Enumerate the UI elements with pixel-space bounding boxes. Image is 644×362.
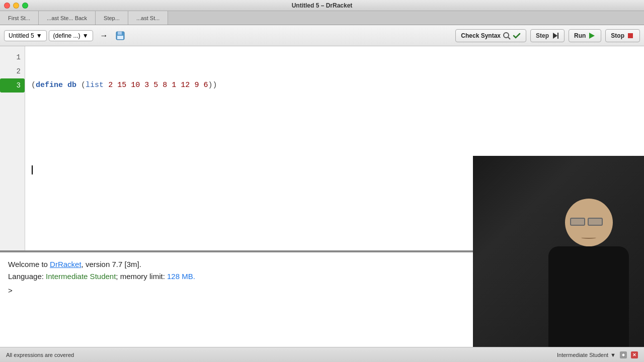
status-message: All expressions are covered (6, 352, 549, 358)
window-title: Untitled 5 – DrRacket (292, 2, 353, 9)
stop-icon (626, 32, 634, 40)
step-button[interactable]: Step (530, 29, 565, 42)
repl-language-label: Language: (8, 272, 46, 281)
minimize-button[interactable] (13, 3, 19, 9)
stop-label: Stop (611, 32, 624, 39)
define-dropdown[interactable]: (define ...) ▼ (49, 30, 93, 41)
paren-close-2: )) (208, 78, 217, 93)
line-number-1: 1 (0, 50, 25, 64)
check-syntax-label: Check Syntax (461, 32, 501, 39)
define-dropdown-label: (define ...) (53, 32, 80, 39)
step-icon (551, 32, 559, 40)
code-line-2 (31, 121, 638, 135)
language-selector[interactable]: Intermediate Student ▼ (557, 352, 616, 358)
run-label: Run (574, 32, 586, 39)
language-name: Intermediate Student (557, 352, 608, 358)
text-cursor (32, 165, 33, 174)
line-number-3: 3 (0, 78, 25, 93)
toolbar-left: Untitled 5 ▼ (define ...) ▼ → (4, 29, 127, 43)
close-x-button[interactable]: ✕ (631, 351, 638, 358)
save-icon-button[interactable] (113, 29, 127, 43)
repl-language-name: Intermediate Student (46, 272, 116, 281)
drracket-link[interactable]: DrRacket (50, 260, 82, 268)
window-controls (4, 3, 28, 9)
paren-open-1: ( (31, 78, 36, 93)
line-number-2: 2 (0, 64, 25, 78)
svg-rect-8 (628, 33, 633, 38)
file-tab[interactable]: Untitled 5 ▼ (4, 30, 47, 41)
paren-open-2: ( (81, 78, 86, 93)
tab-step[interactable]: Step... (96, 11, 128, 25)
left-lens (570, 218, 585, 226)
run-icon (588, 32, 596, 40)
tab-last-step[interactable]: ...ast St... (128, 11, 168, 25)
close-button[interactable] (4, 3, 10, 9)
svg-marker-5 (553, 33, 557, 39)
kw-list: list (86, 78, 104, 93)
file-tab-label: Untitled 5 (9, 32, 34, 39)
person-glasses (570, 218, 603, 226)
tab-first-step[interactable]: First St... (0, 11, 39, 25)
kw-define: define (36, 78, 63, 93)
toolbar: Untitled 5 ▼ (define ...) ▼ → Check Synt… (0, 25, 644, 46)
svg-rect-1 (118, 32, 122, 35)
repl-after-link: , version 7.7 [3m]. (82, 260, 141, 268)
repl-prompt-symbol: > (8, 286, 13, 295)
status-right: Intermediate Student ▼ ✕ (557, 351, 638, 358)
person-figure (548, 199, 629, 347)
status-icon-gray (620, 351, 627, 358)
check-syntax-button[interactable]: Check Syntax (455, 29, 526, 42)
tab-last-step-back[interactable]: ...ast Ste... Back (39, 11, 96, 25)
define-dropdown-arrow: ▼ (83, 32, 89, 39)
svg-marker-7 (589, 33, 595, 39)
repl-welcome-text: Welcome to (8, 260, 50, 268)
repl-memory-limit: 128 MB. (167, 272, 195, 281)
toolbar-icons: → (97, 29, 127, 43)
title-bar: Untitled 5 – DrRacket (0, 0, 644, 11)
svg-line-4 (508, 37, 510, 39)
svg-rect-2 (117, 36, 123, 39)
maximize-button[interactable] (22, 3, 28, 9)
arrow-icon-button[interactable]: → (97, 29, 111, 43)
video-overlay (473, 156, 644, 347)
right-lens (588, 218, 603, 226)
toolbar-right: Check Syntax Step Run Stop (455, 29, 640, 42)
line-numbers: 1 2 3 (0, 46, 25, 250)
tab-bar: First St... ...ast Ste... Back Step... .… (0, 11, 644, 25)
svg-point-3 (504, 33, 509, 38)
step-label: Step (536, 32, 549, 39)
code-line-1: (define db (list 2 15 10 3 5 8 1 12 9 6)… (31, 78, 638, 93)
svg-rect-6 (557, 33, 558, 39)
check-icon (513, 32, 521, 40)
status-bar: All expressions are covered Intermediate… (0, 347, 644, 362)
language-dropdown-arrow: ▼ (610, 352, 616, 358)
person-head (565, 199, 613, 246)
symbol-db: db (67, 78, 76, 93)
repl-after-language: ; memory limit: (116, 272, 167, 281)
run-button[interactable]: Run (569, 29, 601, 42)
video-person (473, 156, 644, 347)
stop-button[interactable]: Stop (605, 29, 640, 42)
magnifier-icon (503, 32, 511, 40)
person-mouth (581, 236, 596, 239)
person-body (548, 246, 629, 347)
file-tab-arrow: ▼ (36, 32, 42, 39)
